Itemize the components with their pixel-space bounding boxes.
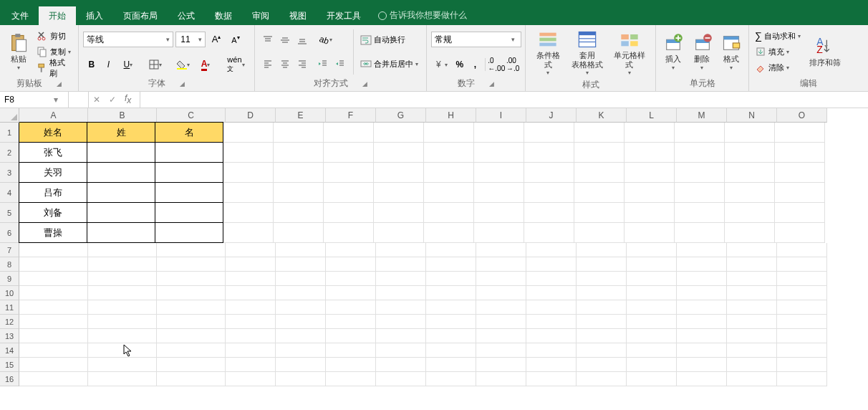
cell-E1[interactable] bbox=[274, 123, 324, 143]
delete-cells-button[interactable]: 删除▾ bbox=[689, 28, 715, 76]
cell-K5[interactable] bbox=[574, 203, 625, 223]
row-header-6[interactable]: 6 bbox=[0, 223, 19, 243]
cell-D3[interactable] bbox=[223, 163, 274, 183]
cell-G12[interactable] bbox=[376, 315, 426, 329]
tab-公式[interactable]: 公式 bbox=[168, 6, 205, 25]
col-header-M[interactable]: M bbox=[677, 108, 727, 123]
tell-me-search[interactable]: 告诉我你想要做什么 bbox=[371, 6, 474, 25]
cell-M13[interactable] bbox=[677, 329, 727, 343]
cell-F16[interactable] bbox=[326, 372, 376, 386]
cell-E2[interactable] bbox=[274, 143, 324, 163]
fill-color-button[interactable]: ▾ bbox=[172, 57, 194, 72]
cell-M8[interactable] bbox=[677, 257, 727, 272]
sort-filter-button[interactable]: AZ 排序和筛 bbox=[805, 28, 845, 76]
cell-N3[interactable] bbox=[725, 163, 775, 183]
underline-button[interactable]: U ▾ bbox=[117, 57, 139, 72]
cell-G4[interactable] bbox=[374, 183, 424, 203]
cell-D12[interactable] bbox=[226, 315, 276, 329]
cell-C15[interactable] bbox=[157, 358, 226, 372]
cell-I5[interactable] bbox=[474, 203, 524, 223]
cell-F4[interactable] bbox=[324, 183, 374, 203]
cell-A1[interactable]: 姓名 bbox=[19, 122, 87, 143]
cell-K14[interactable] bbox=[577, 343, 627, 358]
cell-G10[interactable] bbox=[376, 286, 426, 300]
cell-I10[interactable] bbox=[476, 286, 526, 300]
border-button[interactable]: ▾ bbox=[145, 57, 167, 72]
conditional-format-button[interactable]: 条件格式▾ bbox=[530, 28, 566, 77]
cell-L14[interactable] bbox=[627, 343, 677, 358]
increase-font-icon[interactable]: A▴ bbox=[208, 32, 225, 47]
cell-L3[interactable] bbox=[625, 163, 675, 183]
paste-button[interactable]: 粘贴 ▾ bbox=[4, 28, 32, 76]
cell-M14[interactable] bbox=[677, 343, 727, 358]
cell-G15[interactable] bbox=[376, 358, 426, 372]
cell-B13[interactable] bbox=[88, 329, 157, 343]
cell-H3[interactable] bbox=[424, 163, 474, 183]
cell-D10[interactable] bbox=[226, 286, 276, 300]
cell-B7[interactable] bbox=[88, 243, 157, 257]
col-header-K[interactable]: K bbox=[577, 108, 627, 123]
cell-H6[interactable] bbox=[424, 223, 474, 243]
cell-L1[interactable] bbox=[625, 123, 675, 143]
row-header-12[interactable]: 12 bbox=[0, 315, 19, 329]
cell-M2[interactable] bbox=[675, 143, 725, 163]
tab-开发工具[interactable]: 开发工具 bbox=[317, 6, 371, 25]
cell-M9[interactable] bbox=[677, 272, 727, 286]
row-header-13[interactable]: 13 bbox=[0, 329, 19, 343]
font-color-button[interactable]: A ▾ bbox=[194, 57, 216, 72]
cell-G8[interactable] bbox=[376, 257, 426, 272]
cell-G1[interactable] bbox=[374, 123, 424, 143]
autosum-button[interactable]: ∑ 自动求和▾ bbox=[753, 28, 802, 44]
cell-E8[interactable] bbox=[276, 257, 326, 272]
cell-O5[interactable] bbox=[775, 203, 825, 223]
cell-N4[interactable] bbox=[725, 183, 775, 203]
cell-H8[interactable] bbox=[426, 257, 476, 272]
cell-D8[interactable] bbox=[226, 257, 276, 272]
cell-K3[interactable] bbox=[574, 163, 625, 183]
cell-L2[interactable] bbox=[625, 143, 675, 163]
cell-I3[interactable] bbox=[474, 163, 524, 183]
cell-B11[interactable] bbox=[88, 300, 157, 315]
cell-J11[interactable] bbox=[526, 300, 577, 315]
cell-N8[interactable] bbox=[727, 257, 777, 272]
cell-O14[interactable] bbox=[777, 343, 827, 358]
cell-F2[interactable] bbox=[324, 143, 374, 163]
orientation-button[interactable]: ab▾ bbox=[314, 32, 338, 48]
cell-F9[interactable] bbox=[326, 272, 376, 286]
cell-I8[interactable] bbox=[476, 257, 526, 272]
cell-N15[interactable] bbox=[727, 358, 777, 372]
cell-E5[interactable] bbox=[274, 203, 324, 223]
cell-C12[interactable] bbox=[157, 315, 226, 329]
cell-B4[interactable] bbox=[87, 182, 155, 203]
format-cells-button[interactable]: 格式▾ bbox=[718, 28, 744, 76]
cell-styles-button[interactable]: 单元格样式▾ bbox=[608, 28, 651, 77]
col-header-N[interactable]: N bbox=[727, 108, 777, 123]
cell-F12[interactable] bbox=[326, 315, 376, 329]
cell-M15[interactable] bbox=[677, 358, 727, 372]
cell-K13[interactable] bbox=[577, 329, 627, 343]
decrease-indent-icon[interactable] bbox=[314, 56, 331, 72]
tab-数据[interactable]: 数据 bbox=[205, 6, 242, 25]
fill-button[interactable]: 填充▾ bbox=[753, 44, 802, 59]
bold-button[interactable]: B bbox=[83, 57, 100, 72]
tab-开始[interactable]: 开始 bbox=[39, 6, 76, 25]
cell-J2[interactable] bbox=[524, 143, 574, 163]
col-header-J[interactable]: J bbox=[526, 108, 577, 123]
insert-cells-button[interactable]: 插入▾ bbox=[660, 28, 686, 76]
select-all-corner[interactable] bbox=[0, 108, 19, 123]
cell-M12[interactable] bbox=[677, 315, 727, 329]
cell-E7[interactable] bbox=[276, 243, 326, 257]
cell-B3[interactable] bbox=[87, 162, 155, 183]
wrap-text-button[interactable]: 自动换行 bbox=[359, 32, 422, 48]
cell-O10[interactable] bbox=[777, 286, 827, 300]
cell-I1[interactable] bbox=[474, 123, 524, 143]
formula-input[interactable] bbox=[145, 95, 868, 105]
cell-N16[interactable] bbox=[727, 372, 777, 386]
font-dialog-icon[interactable]: ◢ bbox=[180, 80, 185, 87]
cell-I4[interactable] bbox=[474, 183, 524, 203]
cell-N1[interactable] bbox=[725, 123, 775, 143]
cell-M1[interactable] bbox=[675, 123, 725, 143]
cell-E10[interactable] bbox=[276, 286, 326, 300]
tab-插入[interactable]: 插入 bbox=[76, 6, 113, 25]
cell-M7[interactable] bbox=[677, 243, 727, 257]
